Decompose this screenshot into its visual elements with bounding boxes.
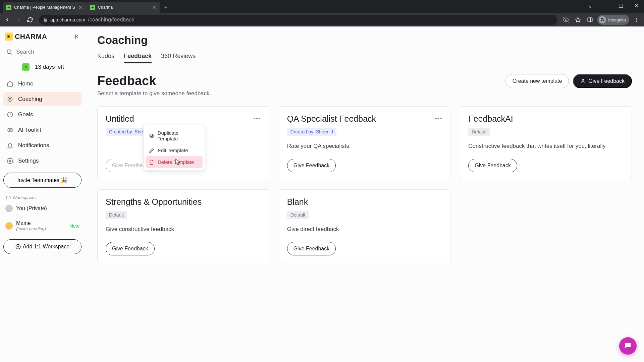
svg-point-5 — [636, 21, 637, 22]
logo[interactable]: ✳ CHARMA — [5, 33, 47, 41]
sidebar-item-ai-toolkit[interactable]: AI Toolkit — [3, 123, 82, 137]
workspace-name: Maine — [16, 220, 46, 226]
tab-title: Charma — [98, 5, 149, 10]
give-feedback-card-button[interactable]: Give Feedback — [287, 159, 336, 172]
browser-tab-strip: ✳ Charma | People Management S ✕ ✳ Charm… — [0, 0, 644, 13]
forward-button[interactable] — [14, 15, 23, 24]
page-title: Coaching — [97, 34, 632, 47]
favicon-icon: ✳ — [6, 5, 11, 10]
tabs-nav: Kudos Feedback 360 Reviews — [97, 53, 632, 64]
edit-template-item[interactable]: Edit Template — [146, 144, 203, 156]
more-icon[interactable]: ••• — [435, 115, 442, 122]
svg-point-15 — [9, 160, 11, 162]
svg-point-10 — [9, 99, 11, 100]
card-context-menu: Duplicate Template Edit Template Delete … — [143, 125, 205, 170]
avatar — [5, 222, 13, 230]
coaching-icon — [7, 96, 13, 103]
menu-icon[interactable] — [632, 15, 641, 24]
default-badge: Default — [468, 128, 490, 136]
plus-icon — [15, 244, 21, 249]
sidebar-item-label: Coaching — [18, 96, 42, 103]
section-title: Feedback — [97, 74, 156, 88]
window-minimize-icon[interactable]: — — [598, 0, 613, 11]
svg-rect-24 — [150, 134, 153, 137]
card-title: QA Specialist Feedback — [287, 114, 376, 124]
svg-point-3 — [636, 18, 637, 19]
sidebar-item-label: AI Toolkit — [18, 127, 41, 133]
invite-teammates-button[interactable]: Invite Teammates 🎉 — [3, 173, 82, 188]
workspace-name: You (Private) — [16, 205, 47, 212]
back-button[interactable] — [3, 15, 12, 24]
creator-badge: Created by: Sheen J — [287, 128, 337, 136]
tab-feedback[interactable]: Feedback — [124, 53, 152, 63]
add-workspace-button[interactable]: Add 1:1 Workspace — [3, 239, 82, 254]
sidebar-item-coaching[interactable]: Coaching — [3, 92, 82, 106]
add-workspace-label: Add 1:1 Workspace — [23, 244, 69, 250]
window-close-icon[interactable]: ✕ — [629, 0, 644, 11]
sidebar-item-label: Settings — [18, 158, 39, 164]
eye-off-icon[interactable] — [561, 15, 571, 24]
trial-status[interactable]: ✳ 13 days left — [3, 60, 82, 75]
sidebar-item-home[interactable]: Home — [3, 77, 82, 91]
default-badge: Default — [287, 211, 309, 219]
window-maximize-icon[interactable]: ☐ — [613, 0, 629, 11]
duplicate-template-item[interactable]: Duplicate Template — [146, 127, 203, 144]
side-panel-icon[interactable] — [585, 15, 595, 24]
ai-icon — [7, 127, 13, 133]
sidebar-item-settings[interactable]: Settings — [3, 154, 82, 168]
browser-tab[interactable]: ✳ Charma ✕ — [87, 2, 160, 13]
reload-button[interactable] — [25, 15, 35, 24]
logo-text: CHARMA — [15, 33, 47, 41]
delete-template-item[interactable]: Delete Template — [146, 156, 203, 168]
window-chevron-icon[interactable]: ⌄ — [582, 0, 598, 11]
svg-marker-0 — [576, 17, 581, 22]
address-bar[interactable]: app.charma.com/coaching/feedback — [39, 15, 557, 25]
sidebar-item-goals[interactable]: Goals — [3, 108, 82, 122]
give-feedback-button[interactable]: Give Feedback — [573, 74, 632, 88]
tab-kudos[interactable]: Kudos — [97, 53, 114, 63]
close-icon[interactable]: ✕ — [152, 4, 157, 11]
section-subtitle: Select a template to give someone feedba… — [97, 90, 632, 97]
template-card: Blank Default Give direct feedback Give … — [279, 189, 451, 263]
new-tab-button[interactable]: + — [160, 4, 171, 10]
sidebar-item-notifications[interactable]: Notifications — [3, 138, 82, 153]
create-template-button[interactable]: Create new template — [505, 74, 569, 88]
tab-360-reviews[interactable]: 360 Reviews — [161, 53, 196, 63]
give-feedback-card-button[interactable]: Give Feedback — [468, 159, 517, 172]
browser-tab[interactable]: ✳ Charma | People Management S ✕ — [3, 2, 87, 13]
incognito-icon — [599, 16, 606, 23]
profile-button[interactable]: Incognito — [597, 15, 629, 25]
sparkle-icon: ✳ — [22, 63, 30, 71]
give-feedback-card-button[interactable]: Give Feedback — [106, 242, 155, 255]
card-title: FeedbackAI — [468, 114, 513, 124]
search-input[interactable]: Search — [3, 45, 82, 59]
give-feedback-label: Give Feedback — [588, 78, 625, 84]
workspace-item[interactable]: You (Private) — [3, 201, 82, 216]
browser-toolbar: app.charma.com/coaching/feedback Incogni… — [0, 13, 644, 26]
logo-icon: ✳ — [5, 33, 13, 41]
pencil-icon — [149, 148, 154, 153]
workspace-item[interactable]: Maine (invite pending) New — [3, 217, 82, 235]
workspaces-label: 1:1 Workspaces — [3, 195, 82, 200]
new-badge: New — [69, 223, 79, 229]
gear-icon — [7, 158, 13, 164]
person-icon — [580, 78, 586, 84]
profile-label: Incognito — [608, 17, 626, 22]
search-placeholder: Search — [16, 49, 34, 55]
star-icon[interactable] — [573, 15, 583, 24]
sidebar-item-label: Notifications — [18, 142, 49, 149]
more-icon[interactable]: ••• — [254, 115, 261, 122]
template-card: QA Specialist Feedback ••• Created by: S… — [279, 106, 451, 180]
close-icon[interactable]: ✕ — [78, 4, 83, 11]
give-feedback-card-button[interactable]: Give Feedback — [287, 242, 336, 255]
chat-fab[interactable] — [619, 337, 637, 355]
card-description: Give direct feedback — [287, 225, 442, 242]
card-description: Constructive feedback that writes itself… — [468, 142, 624, 159]
search-icon — [6, 49, 13, 55]
url-host: app.charma.com — [50, 17, 85, 22]
tab-title: Charma | People Management S — [14, 5, 75, 10]
svg-rect-12 — [8, 128, 12, 132]
collapse-sidebar-icon[interactable] — [74, 34, 80, 40]
svg-rect-1 — [588, 18, 592, 22]
home-icon — [7, 80, 13, 87]
